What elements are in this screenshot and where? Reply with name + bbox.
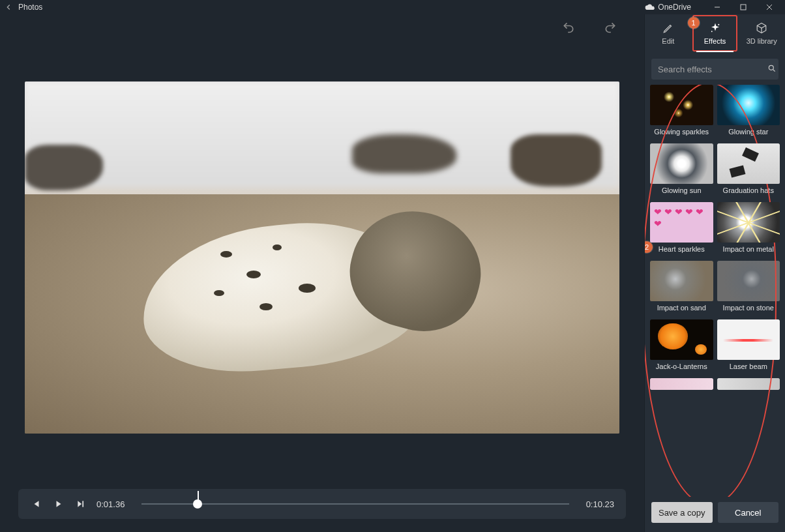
tab-edit[interactable]: Edit bbox=[645, 14, 692, 52]
undo-button[interactable] bbox=[561, 20, 576, 35]
preview-column: 0:01.36 0:10.23 bbox=[0, 14, 644, 532]
panel-footer: Save a copy Cancel bbox=[645, 497, 785, 532]
window-minimize[interactable] bbox=[704, 0, 730, 14]
cancel-button[interactable]: Cancel bbox=[718, 502, 779, 523]
effect-thumb bbox=[717, 85, 780, 125]
effect-graduation-hats[interactable]: Graduation hats bbox=[717, 143, 780, 198]
svg-rect-7 bbox=[82, 501, 83, 507]
effect-glowing-sun[interactable]: Glowing sun bbox=[650, 143, 713, 198]
effect-label: Glowing sparkles bbox=[650, 125, 713, 140]
search-icon bbox=[767, 64, 777, 75]
effects-search-input[interactable] bbox=[658, 65, 767, 74]
effect-impact-on-sand[interactable]: Impact on sand bbox=[650, 261, 713, 316]
title-bar: Photos OneDrive bbox=[0, 0, 785, 14]
window-close[interactable] bbox=[756, 0, 782, 14]
play-button[interactable] bbox=[52, 497, 65, 510]
effect-glowing-star[interactable]: Glowing star bbox=[717, 85, 780, 140]
effect-thumb bbox=[650, 143, 713, 184]
prev-frame-button[interactable] bbox=[30, 497, 43, 510]
effect-glowing-sparkles[interactable]: Glowing sparkles bbox=[650, 85, 713, 140]
effect-thumb bbox=[650, 85, 713, 125]
svg-rect-1 bbox=[741, 5, 746, 10]
svg-marker-6 bbox=[78, 501, 81, 507]
effect-label: Impact on metal bbox=[717, 243, 780, 257]
effect-label: Jack-o-Lanterns bbox=[650, 360, 713, 374]
svg-point-10 bbox=[769, 65, 773, 70]
effects-panel: Edit Effects 1 3D library bbox=[644, 14, 785, 532]
effect-thumb bbox=[717, 378, 780, 390]
tab-edit-label: Edit bbox=[662, 37, 674, 45]
current-time: 0:01.36 bbox=[96, 499, 125, 509]
effects-list[interactable]: 2 Glowing sparkles Glowing star Glowing … bbox=[645, 85, 785, 497]
effect-label: Graduation hats bbox=[717, 184, 780, 198]
effect-label: Heart sparkles bbox=[650, 243, 713, 257]
effect-label: Impact on stone bbox=[717, 301, 780, 316]
effect-label: Glowing star bbox=[717, 125, 780, 140]
tab-effects[interactable]: Effects 1 bbox=[692, 14, 739, 52]
effect-thumb bbox=[650, 261, 713, 301]
svg-point-9 bbox=[711, 31, 712, 32]
effect-next-2[interactable] bbox=[717, 378, 780, 390]
effect-laser-beam[interactable]: Laser beam bbox=[717, 319, 780, 374]
window-maximize[interactable] bbox=[730, 0, 756, 14]
effect-thumb bbox=[650, 378, 713, 390]
onedrive-label: OneDrive bbox=[658, 3, 691, 12]
effect-jack-o-lanterns[interactable]: Jack-o-Lanterns bbox=[650, 319, 713, 374]
effect-next-1[interactable] bbox=[650, 378, 713, 390]
tab-library-label: 3D library bbox=[747, 37, 777, 45]
effect-thumb bbox=[717, 261, 780, 301]
video-preview[interactable] bbox=[25, 81, 619, 434]
app-title: Photos bbox=[18, 3, 42, 12]
effect-impact-on-metal[interactable]: Impact on metal bbox=[717, 202, 780, 257]
svg-point-8 bbox=[718, 24, 719, 25]
effect-impact-on-stone[interactable]: Impact on stone bbox=[717, 261, 780, 316]
cube-icon bbox=[755, 22, 768, 35]
annotation-callout-1: 1 bbox=[688, 17, 700, 29]
total-time: 0:10.23 bbox=[586, 499, 614, 509]
timeline-track[interactable] bbox=[141, 503, 569, 505]
next-frame-button[interactable] bbox=[74, 497, 87, 510]
effect-label: Laser beam bbox=[717, 360, 780, 374]
playback-bar: 0:01.36 0:10.23 bbox=[18, 489, 626, 519]
main-area: 0:01.36 0:10.23 Edit Effects 1 bbox=[0, 14, 785, 532]
svg-marker-4 bbox=[35, 501, 39, 507]
effect-thumb bbox=[717, 143, 780, 184]
preview-toolbar bbox=[0, 14, 644, 40]
svg-marker-5 bbox=[57, 501, 61, 507]
back-button[interactable] bbox=[3, 1, 14, 13]
tab-effects-label: Effects bbox=[704, 37, 726, 45]
onedrive-status[interactable]: OneDrive bbox=[645, 3, 691, 12]
save-copy-button[interactable]: Save a copy bbox=[651, 502, 713, 523]
effect-thumb bbox=[717, 202, 780, 243]
pencil-icon bbox=[662, 22, 675, 35]
panel-tabs: Edit Effects 1 3D library bbox=[645, 14, 785, 52]
effect-label: Glowing sun bbox=[650, 184, 713, 198]
effect-thumb bbox=[650, 202, 713, 243]
sparkle-icon bbox=[709, 22, 722, 35]
tab-3d-library[interactable]: 3D library bbox=[738, 14, 785, 52]
svg-line-11 bbox=[773, 69, 775, 71]
redo-button[interactable] bbox=[602, 20, 618, 35]
effect-heart-sparkles[interactable]: Heart sparkles bbox=[650, 202, 713, 257]
timeline-playhead[interactable] bbox=[193, 499, 202, 509]
effects-search[interactable] bbox=[651, 59, 778, 80]
effect-thumb bbox=[717, 319, 780, 360]
effect-label: Impact on sand bbox=[650, 301, 713, 316]
effect-thumb bbox=[650, 319, 713, 360]
